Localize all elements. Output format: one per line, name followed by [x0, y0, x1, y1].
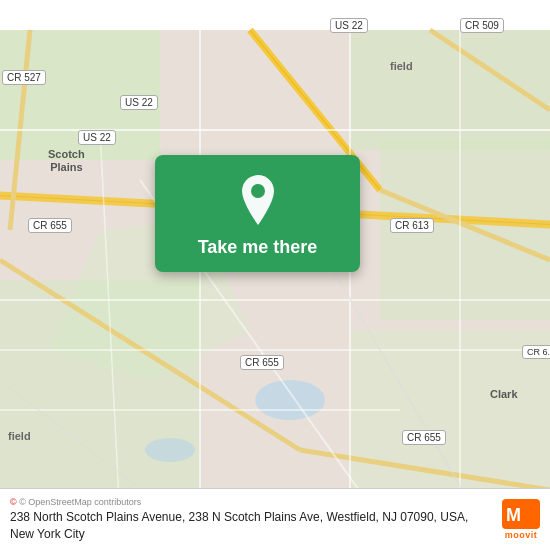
road-label-cr613: CR 613 — [390, 218, 434, 233]
road-label-us22-left: US 22 — [120, 95, 158, 110]
svg-point-8 — [145, 438, 195, 462]
location-pin-icon — [236, 173, 280, 227]
road-label-cr655-bot: CR 655 — [402, 430, 446, 445]
place-label-scotch-plains: ScotchPlains — [48, 148, 85, 174]
road-label-cr6: CR 6... — [522, 345, 550, 359]
svg-point-29 — [251, 184, 265, 198]
map-container: US 22 US 22 US 22 CR 509 CR 527 CR 655 C… — [0, 0, 550, 550]
take-me-there-button[interactable]: Take me there — [155, 155, 360, 272]
popup-label: Take me there — [198, 237, 318, 258]
road-label-cr655-mid: CR 655 — [240, 355, 284, 370]
place-label-clark: Clark — [490, 388, 518, 401]
address-text: 238 North Scotch Plains Avenue, 238 N Sc… — [10, 509, 494, 541]
place-label-field-top: field — [390, 60, 413, 73]
road-label-us22-mid: US 22 — [78, 130, 116, 145]
place-label-field-bot: field — [8, 430, 31, 443]
moovit-icon: M — [502, 499, 540, 529]
moovit-logo: M moovit — [502, 499, 540, 540]
road-label-cr509: CR 509 — [460, 18, 504, 33]
road-label-cr527: CR 527 — [2, 70, 46, 85]
road-label-cr655-left: CR 655 — [28, 218, 72, 233]
osm-attribution: © © OpenStreetMap contributors — [10, 497, 494, 507]
svg-text:M: M — [506, 505, 521, 525]
map-svg — [0, 0, 550, 550]
address-block: © © OpenStreetMap contributors 238 North… — [10, 497, 494, 541]
svg-point-7 — [255, 380, 325, 420]
road-label-us22-top: US 22 — [330, 18, 368, 33]
bottom-bar: © © OpenStreetMap contributors 238 North… — [0, 488, 550, 550]
moovit-text: moovit — [505, 530, 538, 540]
